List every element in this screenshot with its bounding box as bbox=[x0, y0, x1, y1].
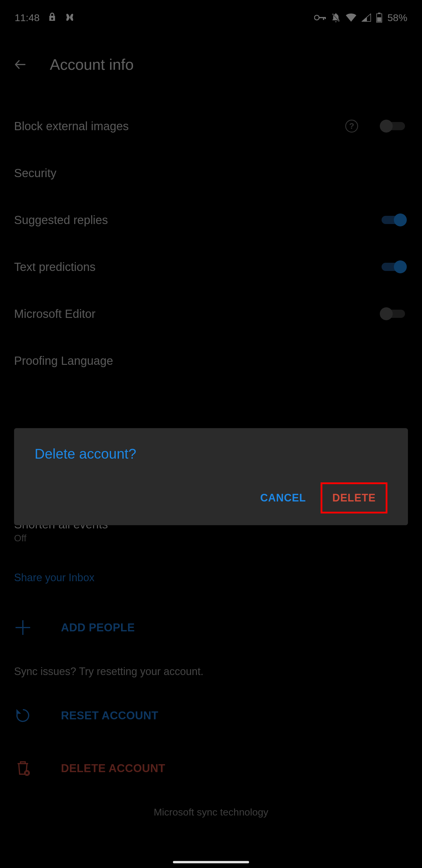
signal-icon bbox=[362, 13, 371, 22]
footer-text: Microsoft sync technology bbox=[14, 806, 408, 818]
svg-rect-3 bbox=[325, 17, 326, 19]
trash-icon bbox=[14, 760, 32, 777]
vpn-key-icon bbox=[314, 14, 326, 21]
row-security[interactable]: Security bbox=[14, 150, 408, 196]
toggle-microsoft-editor[interactable] bbox=[379, 306, 408, 321]
svg-point-0 bbox=[315, 15, 319, 20]
dialog-title: Delete account? bbox=[35, 446, 387, 462]
delete-account-dialog: Delete account? CANCEL DELETE bbox=[14, 428, 408, 525]
hint-label: Sync issues? Try resetting your account. bbox=[14, 665, 203, 678]
toggle-suggested-replies[interactable] bbox=[379, 213, 408, 227]
toggle-text-predictions[interactable] bbox=[379, 259, 408, 274]
status-battery-text: 58% bbox=[387, 12, 407, 24]
row-label: Text predictions bbox=[14, 260, 96, 274]
row-label: Proofing Language bbox=[14, 354, 113, 367]
row-label: Security bbox=[14, 166, 57, 180]
row-block-external-images[interactable]: Block external images ? bbox=[14, 103, 408, 150]
dialog-delete-button[interactable]: DELETE bbox=[321, 483, 387, 514]
wifi-icon bbox=[346, 13, 356, 22]
row-suggested-replies[interactable]: Suggested replies bbox=[14, 196, 408, 243]
svg-rect-2 bbox=[323, 17, 324, 20]
action-label: ADD PEOPLE bbox=[61, 621, 135, 634]
toggle-block-external-images[interactable] bbox=[379, 119, 408, 133]
delete-account-button[interactable]: DELETE ACCOUNT bbox=[14, 742, 408, 795]
lock-icon bbox=[48, 12, 57, 23]
section-label: Share your Inbox bbox=[14, 571, 94, 584]
help-icon[interactable]: ? bbox=[345, 120, 358, 132]
row-text-predictions[interactable]: Text predictions bbox=[14, 243, 408, 290]
page-title: Account info bbox=[50, 56, 134, 73]
svg-rect-8 bbox=[377, 17, 381, 22]
action-label: DELETE ACCOUNT bbox=[61, 762, 165, 775]
plus-icon bbox=[14, 619, 32, 636]
status-bar: 11:48 58% bbox=[0, 0, 422, 35]
add-people-button[interactable]: ADD PEOPLE bbox=[14, 601, 408, 654]
reset-icon bbox=[14, 707, 32, 724]
reset-account-button[interactable]: RESET ACCOUNT bbox=[14, 689, 408, 742]
notifications-off-icon bbox=[331, 12, 340, 23]
battery-icon bbox=[376, 12, 382, 23]
action-label: RESET ACCOUNT bbox=[61, 709, 158, 722]
sync-hint: Sync issues? Try resetting your account. bbox=[14, 654, 408, 689]
navigation-handle[interactable] bbox=[173, 861, 249, 863]
row-label: Microsoft Editor bbox=[14, 307, 96, 320]
row-label: Block external images bbox=[14, 120, 129, 133]
row-microsoft-editor[interactable]: Microsoft Editor bbox=[14, 290, 408, 337]
row-label: Suggested replies bbox=[14, 214, 108, 227]
butterfly-icon bbox=[65, 13, 75, 22]
section-share-inbox: Share your Inbox bbox=[14, 554, 408, 601]
row-value: Off bbox=[14, 533, 408, 544]
dialog-cancel-button[interactable]: CANCEL bbox=[249, 483, 318, 514]
status-time: 11:48 bbox=[15, 12, 39, 24]
back-button[interactable] bbox=[12, 56, 29, 73]
row-proofing-language[interactable]: Proofing Language bbox=[14, 337, 408, 384]
app-bar: Account info bbox=[0, 35, 422, 94]
